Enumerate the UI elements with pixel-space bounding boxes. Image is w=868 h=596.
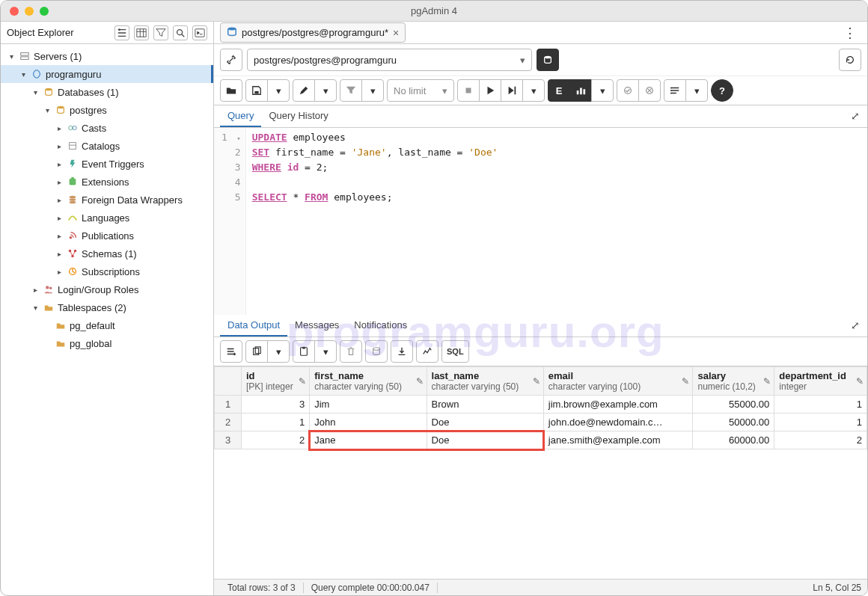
cell-department-id[interactable]: 2 (774, 431, 867, 449)
tree-arrow-icon[interactable]: ▸ (31, 286, 40, 294)
copy-dropdown-button[interactable]: ▾ (267, 340, 290, 363)
minimize-window-button[interactable] (25, 7, 34, 16)
filter-rows-icon[interactable] (153, 25, 168, 40)
execute-button[interactable] (479, 79, 501, 102)
edit-column-icon[interactable]: ✎ (763, 376, 771, 387)
tree-item[interactable]: ▸Event Triggers (1, 155, 213, 173)
tree-item[interactable]: ▸Publications (1, 227, 213, 245)
expand-output-icon[interactable]: ⤢ (851, 319, 860, 331)
tree-arrow-icon[interactable]: ▸ (55, 160, 64, 168)
table-row[interactable]: 32JaneDoejane.smith@example.com60000.002 (215, 431, 867, 449)
tree-arrow-icon[interactable]: ▾ (7, 52, 16, 61)
delete-row-button[interactable] (340, 340, 362, 363)
tree-arrow-icon[interactable]: ▸ (55, 232, 64, 240)
tree-item[interactable]: ▾Servers (1) (1, 47, 213, 65)
tree-item[interactable]: ▸Catalogs (1, 137, 213, 155)
cell-first-name[interactable]: Jane (310, 431, 427, 449)
tree-item[interactable]: ▸Login/Group Roles (1, 280, 213, 298)
macros-dropdown-button[interactable]: ▾ (685, 79, 708, 102)
tree-item[interactable]: pg_global (1, 334, 213, 352)
column-header[interactable]: department_idinteger✎ (774, 367, 867, 396)
paste-dropdown-button[interactable]: ▾ (314, 340, 337, 363)
view-data-icon[interactable] (134, 25, 149, 40)
save-file-button[interactable] (245, 79, 268, 102)
reset-layout-button[interactable] (839, 49, 861, 71)
cell-department-id[interactable]: 1 (774, 414, 867, 431)
connection-select[interactable]: postgres/postgres@programguru ▾ (247, 49, 532, 71)
tab-query[interactable]: Query (220, 105, 261, 127)
filter-dropdown-button[interactable]: ▾ (361, 79, 384, 102)
execute-dropdown-button[interactable]: ▾ (522, 79, 545, 102)
cell-id[interactable]: 3 (242, 396, 310, 414)
tree-item[interactable]: ▸Schemas (1) (1, 245, 213, 262)
maximize-window-button[interactable] (40, 7, 49, 16)
close-window-button[interactable] (10, 7, 19, 16)
tree-item[interactable]: pg_default (1, 316, 213, 334)
tree-item[interactable]: ▾programguru (1, 65, 213, 83)
cell-email[interactable]: john.doe@newdomain.c… (543, 414, 693, 431)
tree-item[interactable]: ▸Subscriptions (1, 262, 213, 280)
edit-dropdown-button[interactable]: ▾ (314, 79, 337, 102)
tab-query-history[interactable]: Query History (261, 105, 335, 127)
edit-button[interactable] (293, 79, 315, 102)
row-number[interactable]: 3 (215, 431, 242, 449)
save-data-button[interactable] (365, 340, 388, 363)
edit-column-icon[interactable]: ✎ (533, 376, 540, 387)
close-tab-icon[interactable]: × (393, 27, 399, 39)
macros-button[interactable] (664, 79, 686, 102)
tree-arrow-icon[interactable]: ▸ (55, 178, 64, 186)
table-row[interactable]: 13JimBrownjim.brown@example.com55000.001 (215, 396, 867, 414)
tree-arrow-icon[interactable]: ▸ (55, 196, 64, 204)
tree-arrow-icon[interactable]: ▸ (55, 142, 64, 150)
cell-id[interactable]: 1 (242, 414, 310, 431)
rollback-button[interactable] (638, 79, 661, 102)
download-button[interactable] (391, 340, 413, 363)
cell-id[interactable]: 2 (242, 431, 310, 449)
cancel-query-button[interactable] (457, 79, 480, 102)
new-connection-button[interactable] (537, 49, 559, 71)
commit-button[interactable] (617, 79, 639, 102)
cell-last-name[interactable]: Doe (427, 414, 543, 431)
column-header[interactable]: first_namecharacter varying (50)✎ (310, 367, 427, 396)
expand-editor-icon[interactable]: ⤢ (851, 110, 860, 122)
column-header[interactable]: last_namecharacter varying (50)✎ (427, 367, 543, 396)
cell-email[interactable]: jim.brown@example.com (543, 396, 693, 414)
editor-tab[interactable]: postgres/postgres@programguru* × (220, 22, 406, 43)
tree-item[interactable]: ▾Tablespaces (2) (1, 298, 213, 316)
psql-tool-icon[interactable] (192, 25, 207, 40)
tree-arrow-icon[interactable]: ▾ (43, 106, 52, 114)
cell-last-name[interactable]: Doe (427, 431, 543, 449)
edit-column-icon[interactable]: ✎ (299, 376, 306, 387)
cell-last-name[interactable]: Brown (427, 396, 543, 414)
tree-item[interactable]: ▸Extensions (1, 173, 213, 191)
save-dropdown-button[interactable]: ▾ (267, 79, 290, 102)
tree-arrow-icon[interactable]: ▸ (55, 124, 64, 132)
tree-item[interactable]: ▸Foreign Data Wrappers (1, 191, 213, 209)
tab-data-output[interactable]: Data Output (220, 315, 287, 337)
code-area[interactable]: UPDATE employees SET first_name = 'Jane'… (246, 128, 504, 315)
graph-visualizer-button[interactable] (416, 340, 438, 363)
cell-email[interactable]: jane.smith@example.com (543, 431, 693, 449)
tree-item[interactable]: ▾postgres (1, 101, 213, 119)
tree-item[interactable]: ▸Languages (1, 209, 213, 227)
query-tool-icon[interactable] (114, 25, 129, 40)
tree-arrow-icon[interactable]: ▾ (19, 70, 28, 79)
search-objects-icon[interactable] (173, 25, 188, 40)
filter-button[interactable] (340, 79, 362, 102)
cell-department-id[interactable]: 1 (774, 396, 867, 414)
cell-salary[interactable]: 60000.00 (693, 431, 774, 449)
limit-select[interactable]: No limit▾ (387, 79, 454, 102)
column-header[interactable]: id[PK] integer✎ (242, 367, 310, 396)
row-number[interactable]: 1 (215, 396, 242, 414)
tree-arrow-icon[interactable]: ▾ (31, 304, 40, 312)
tree-item[interactable]: ▾Databases (1) (1, 83, 213, 101)
result-grid[interactable]: id[PK] integer✎first_namecharacter varyi… (214, 366, 867, 449)
explain-button[interactable]: E (548, 79, 570, 102)
cell-first-name[interactable]: Jim (310, 396, 427, 414)
cell-salary[interactable]: 50000.00 (693, 414, 774, 431)
table-row[interactable]: 21JohnDoejohn.doe@newdomain.c…50000.001 (215, 414, 867, 431)
cell-first-name[interactable]: John (310, 414, 427, 431)
tree-arrow-icon[interactable]: ▸ (55, 268, 64, 276)
tree-arrow-icon[interactable]: ▾ (31, 88, 40, 96)
edit-column-icon[interactable]: ✎ (856, 376, 864, 387)
